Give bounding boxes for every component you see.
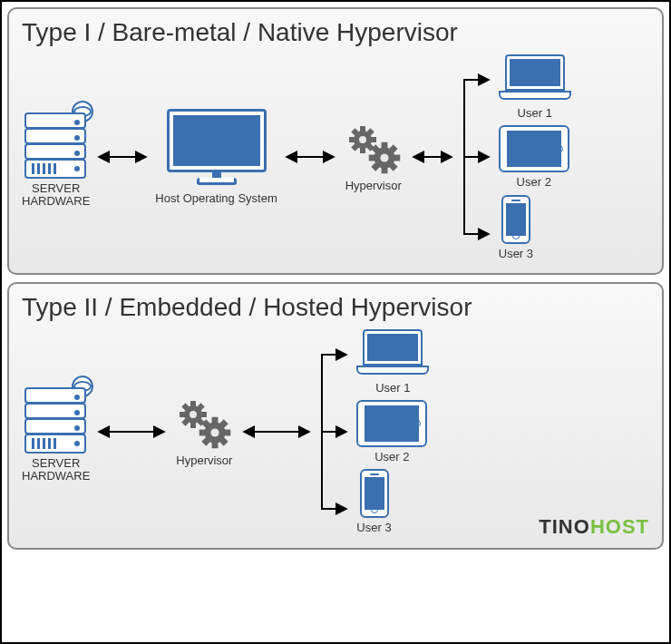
users-column: User 1 User 2 User 3 bbox=[356, 329, 429, 535]
bidir-arrow-icon bbox=[410, 148, 455, 166]
type2-flow-row: SERVER HARDWARE Hypervisor bbox=[22, 329, 649, 535]
laptop-icon bbox=[356, 329, 429, 378]
user1-label: User 1 bbox=[375, 382, 410, 395]
user3-label: User 3 bbox=[499, 248, 533, 260]
phone-icon bbox=[360, 469, 389, 518]
tablet-icon bbox=[499, 125, 569, 172]
hypervisor-node: Hypervisor bbox=[343, 122, 404, 192]
users-column: User 1 User 2 User 3 bbox=[499, 54, 571, 260]
branch-connector-icon bbox=[318, 337, 351, 527]
server-hardware-label: SERVER HARDWARE bbox=[22, 182, 90, 209]
host-os-node: Host Operating System bbox=[155, 109, 277, 205]
panel-type1-title: Type I / Bare-metal / Native Hypervisor bbox=[22, 18, 649, 47]
laptop-icon bbox=[499, 54, 571, 103]
bidir-arrow-icon bbox=[283, 148, 337, 166]
user1-label: User 1 bbox=[518, 107, 552, 120]
bidir-arrow-icon bbox=[95, 148, 150, 166]
gears-icon bbox=[173, 396, 235, 451]
phone-icon bbox=[501, 195, 530, 244]
server-hardware-node: SERVER HARDWARE bbox=[22, 106, 90, 209]
bidir-arrow-icon bbox=[240, 423, 313, 441]
host-os-label: Host Operating System bbox=[155, 192, 277, 205]
user3-node: User 3 bbox=[356, 469, 391, 534]
brand-part2: HOST bbox=[590, 515, 649, 538]
brand-part1: TINO bbox=[539, 515, 590, 538]
tablet-icon bbox=[356, 400, 427, 447]
type1-flow-row: SERVER HARDWARE Host Operating System Hy… bbox=[22, 54, 649, 260]
user3-label: User 3 bbox=[356, 522, 391, 534]
user2-label: User 2 bbox=[517, 176, 551, 189]
panel-type2-title: Type II / Embedded / Hosted Hypervisor bbox=[22, 293, 649, 322]
panel-type2: Type II / Embedded / Hosted Hypervisor S… bbox=[7, 282, 664, 550]
user2-label: User 2 bbox=[374, 451, 409, 463]
user1-node: User 1 bbox=[356, 329, 429, 395]
server-hardware-label: SERVER HARDWARE bbox=[22, 457, 90, 483]
monitor-icon bbox=[167, 109, 267, 189]
hypervisor-node: Hypervisor bbox=[173, 396, 235, 467]
server-hardware-node: SERVER HARDWARE bbox=[22, 381, 90, 483]
user2-node: User 2 bbox=[356, 400, 427, 463]
hypervisor-label: Hypervisor bbox=[345, 180, 402, 192]
server-icon bbox=[24, 381, 88, 454]
hypervisor-label: Hypervisor bbox=[176, 454, 232, 467]
user3-node: User 3 bbox=[499, 195, 533, 260]
user2-node: User 2 bbox=[499, 125, 569, 189]
panel-type1: Type I / Bare-metal / Native Hypervisor … bbox=[7, 7, 664, 275]
brand-logo: TINOHOST bbox=[539, 515, 649, 539]
server-icon bbox=[24, 106, 88, 179]
user1-node: User 1 bbox=[499, 54, 571, 120]
branch-connector-icon bbox=[461, 62, 493, 252]
gears-icon bbox=[343, 122, 404, 176]
bidir-arrow-icon bbox=[95, 423, 168, 441]
